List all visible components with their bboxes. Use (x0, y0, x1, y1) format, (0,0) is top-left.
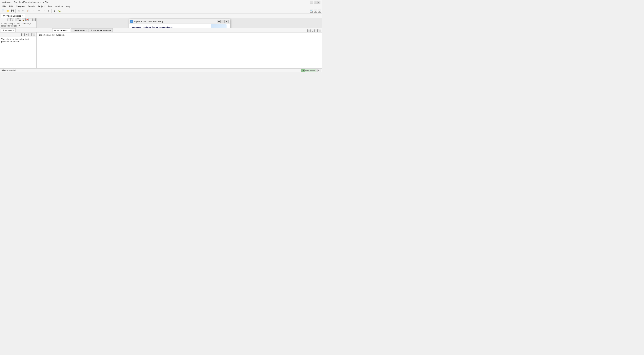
toolbar-btn5[interactable]: ✂ (21, 9, 26, 13)
status-bar: 0 items selected 262M of 1000M 🗑 (0, 68, 322, 72)
outline-menu-btn[interactable]: ☰ (25, 33, 28, 36)
top-right-icons: 🔍 ☰ ☰ (310, 9, 321, 13)
toolbar-sep2 (31, 9, 31, 13)
left-panel-toolbar: ↑ ↓ ⬜ ☰ 🔒 📌 — ⬜ (8, 18, 36, 22)
properties-close[interactable]: × (67, 30, 68, 32)
toolbar-redo-drop[interactable]: ▾ (46, 9, 51, 13)
project-explorer-icon: ⚙ (3, 15, 5, 17)
menu-bar: File Edit Navigate Search Project Run Wi… (0, 4, 322, 8)
right-area: ⚙ Import Project from Repository — □ × I… (37, 18, 322, 28)
outline-content: There is no active editor that provides … (0, 37, 36, 68)
menu-edit[interactable]: Edit (8, 5, 14, 8)
properties-icon: ⚙ (54, 29, 56, 32)
toolbar-new[interactable]: 📄 (1, 9, 5, 13)
dialog-title-icon: ⚙ (130, 20, 133, 23)
memory-text: 262M of 1000M (302, 70, 315, 72)
main-toolbar: 📄 📁 💾 ⎘ ✂ 📋 ↩ ▾ ↪ ▾ ▶ 🐛 🔍 ☰ ☰ (0, 8, 322, 14)
tab-information[interactable]: ℹ Information × (71, 28, 88, 32)
outline-panel: ⬆ ☰ — ⬜ There is no active editor that p… (0, 33, 37, 68)
bottom-right-menu-btn[interactable]: ☰ (311, 29, 314, 32)
semantic-browser-icon: ⚙ (91, 29, 92, 32)
outline-panel-header: ⬆ ☰ — ⬜ (0, 33, 36, 37)
top-menu2-button[interactable]: ☰ (318, 9, 321, 13)
top-menu1-button[interactable]: ☰ (314, 9, 317, 13)
main-panel-tab-bar: ⚙ Project Explorer × (0, 14, 322, 18)
toolbar-sep1 (16, 9, 16, 13)
outline-min-btn2[interactable]: — (28, 33, 32, 36)
information-close[interactable]: × (86, 30, 87, 32)
panel-min-btn[interactable]: — (29, 18, 32, 22)
panel-max-btn[interactable]: ⬜ (32, 18, 36, 22)
menu-project[interactable]: Project (36, 5, 46, 8)
toolbar-run[interactable]: ▶ (52, 9, 57, 13)
bottom-right-min-btn[interactable]: — (314, 29, 318, 32)
outline-icon: ⚙ (2, 29, 4, 32)
tab-outline[interactable]: ⚙ Outline × (1, 28, 16, 32)
import-dialog: ⚙ Import Project from Repository — □ × I… (129, 19, 230, 28)
menu-window[interactable]: Window (53, 5, 64, 8)
menu-file[interactable]: File (1, 5, 8, 8)
information-icon: ℹ (72, 29, 73, 32)
outline-up-btn[interactable]: ⬆ (22, 33, 24, 36)
properties-panel: Properties are not available. (37, 33, 322, 68)
title-bar: workspace - Capella - Extended package b… (0, 0, 322, 4)
project-explorer-close[interactable]: × (22, 15, 23, 17)
outline-label: Outline (5, 29, 12, 32)
toolbar-debug[interactable]: 🐛 (57, 9, 62, 13)
tab-semantic-browser[interactable]: ⚙ Semantic Browser (89, 28, 113, 32)
app-title: workspace - Capella - Extended package b… (2, 1, 50, 3)
items-selected-status: 0 items selected (2, 69, 16, 72)
toolbar-btn3[interactable]: 💾 (10, 9, 15, 13)
tab-properties[interactable]: ⚙ Properties × (52, 28, 70, 32)
panel-pin-btn[interactable]: 📌 (25, 18, 28, 22)
semantic-browser-label: Semantic Browser (93, 29, 111, 32)
dialog-titlebar-controls: — □ × (217, 20, 228, 23)
dialog-overlay: ⚙ Import Project from Repository — □ × I… (37, 18, 322, 28)
information-label: Information (74, 29, 85, 32)
dialog-titlebar: ⚙ Import Project from Repository — □ × (129, 19, 230, 24)
search-icon-button[interactable]: 🔍 (310, 9, 313, 13)
maximize-button[interactable]: □ (314, 1, 317, 4)
properties-content: Properties are not available. (37, 33, 322, 68)
panel-lock-btn[interactable]: 🔒 (22, 18, 25, 22)
dialog-minimize-button[interactable]: — (217, 20, 220, 23)
outline-close[interactable]: × (13, 30, 14, 32)
dialog-icon-symbol: ⚙ (131, 21, 132, 22)
bottom-tab-bar: ⚙ Outline × ⚙ Properties × ℹ Information… (0, 28, 322, 33)
close-button[interactable]: × (317, 1, 320, 4)
dialog-header: Import Project from Repository Select a … (129, 24, 230, 28)
minimize-button[interactable]: — (310, 1, 313, 4)
dialog-close-button[interactable]: × (225, 20, 228, 23)
toolbar-undo-drop[interactable]: ▾ (37, 9, 41, 13)
toolbar-btn6[interactable]: 📋 (26, 9, 30, 13)
dialog-title-text: Import Project from Repository (134, 20, 216, 23)
bottom-panels: ⚙ Outline × ⚙ Properties × ℹ Information… (0, 28, 322, 68)
dialog-maximize-button[interactable]: □ (221, 20, 224, 23)
bottom-right-popup-btn[interactable]: ⬜ (307, 29, 310, 32)
gc-button[interactable]: 🗑 (317, 69, 320, 72)
bottom-right-max-btn[interactable]: ⬜ (318, 29, 321, 32)
menu-search[interactable]: Search (26, 5, 36, 8)
menu-help[interactable]: Help (64, 5, 72, 8)
search-hint: * = any string, ? = any character, \ = e… (0, 22, 36, 28)
panel-menu-btn[interactable]: ☰ (18, 18, 22, 22)
toolbar-undo[interactable]: ↩ (32, 9, 36, 13)
dialog-header-accent (211, 24, 226, 28)
project-explorer-label: Project Explorer (6, 15, 21, 17)
menu-navigate[interactable]: Navigate (14, 5, 26, 8)
menu-run[interactable]: Run (46, 5, 53, 8)
left-panel-header: ↑ ↓ ⬜ ☰ 🔒 📌 — ⬜ (0, 18, 36, 22)
tab-project-explorer[interactable]: ⚙ Project Explorer × (1, 14, 25, 18)
bottom-content-area: ⬆ ☰ — ⬜ There is no active editor that p… (0, 33, 322, 68)
toolbar-sep3 (52, 9, 52, 13)
status-right: 262M of 1000M 🗑 (300, 69, 320, 72)
panel-down-btn[interactable]: ↓ (11, 18, 14, 22)
left-panel: ↑ ↓ ⬜ ☰ 🔒 📌 — ⬜ * = any string, ? = any … (0, 18, 37, 28)
outline-max-btn2[interactable]: ⬜ (32, 33, 35, 36)
panel-collapse-btn[interactable]: ⬜ (15, 18, 18, 22)
toolbar-btn2[interactable]: 📁 (6, 9, 10, 13)
panel-up-btn[interactable]: ↑ (8, 18, 11, 22)
toolbar-redo[interactable]: ↪ (42, 9, 46, 13)
memory-bar[interactable]: 262M of 1000M (300, 69, 316, 72)
toolbar-btn4[interactable]: ⎘ (16, 9, 21, 13)
